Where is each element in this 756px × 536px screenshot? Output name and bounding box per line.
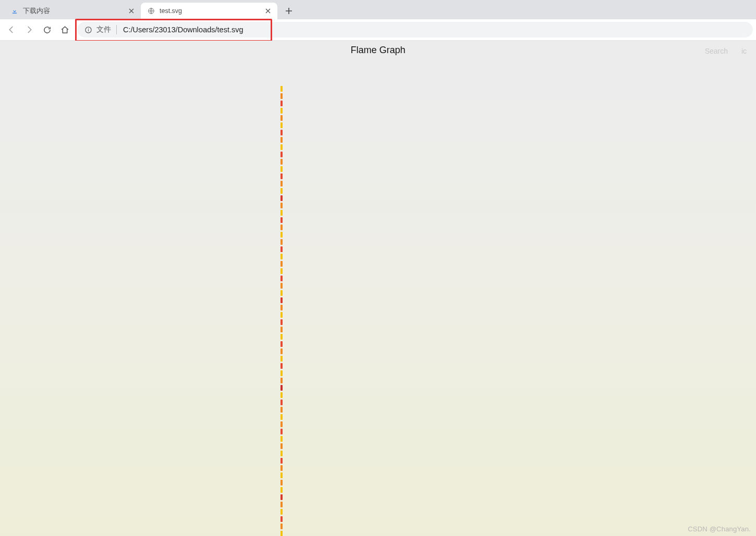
flame-frame[interactable] (281, 254, 283, 259)
flame-frame[interactable] (281, 436, 283, 442)
flame-frame[interactable] (281, 268, 283, 274)
flame-frame[interactable] (281, 509, 283, 515)
flamegraph-search[interactable]: Search (705, 47, 728, 55)
flame-frame[interactable] (281, 516, 283, 522)
flame-frame[interactable] (281, 356, 283, 362)
svg-rect-3 (88, 29, 89, 31)
flame-frame[interactable] (281, 472, 283, 478)
url-input[interactable] (122, 25, 746, 34)
flame-frame[interactable] (281, 144, 283, 150)
flame-frame[interactable] (281, 414, 283, 420)
flame-frame[interactable] (281, 531, 283, 536)
flame-frame[interactable] (281, 225, 283, 230)
flame-frame[interactable] (281, 305, 283, 310)
flame-frame[interactable] (281, 385, 283, 391)
flame-frame[interactable] (281, 312, 283, 318)
info-icon[interactable] (84, 26, 92, 34)
flame-frame[interactable] (281, 370, 283, 376)
flame-frame[interactable] (281, 173, 283, 179)
flame-frame[interactable] (281, 130, 283, 135)
flame-frame[interactable] (281, 480, 283, 485)
close-icon[interactable] (264, 7, 272, 15)
flame-frame[interactable] (281, 494, 283, 500)
flame-frame[interactable] (281, 451, 283, 456)
tab-title: 下载内容 (23, 7, 127, 16)
flame-frame[interactable] (281, 502, 283, 507)
flamegraph-stack[interactable] (281, 60, 283, 536)
flame-frame[interactable] (281, 101, 283, 106)
flame-frame[interactable] (281, 363, 283, 369)
flame-frame[interactable] (281, 290, 283, 296)
svg-point-2 (88, 28, 89, 29)
flame-frame[interactable] (281, 458, 283, 464)
flame-frame[interactable] (281, 319, 283, 325)
flame-frame[interactable] (281, 429, 283, 434)
flame-frame[interactable] (281, 195, 283, 201)
flame-frame[interactable] (281, 152, 283, 157)
flame-frame[interactable] (281, 392, 283, 398)
flame-frame[interactable] (281, 465, 283, 471)
flame-frame[interactable] (281, 203, 283, 208)
flame-frame[interactable] (281, 239, 283, 245)
flame-frame[interactable] (281, 341, 283, 347)
close-icon[interactable] (127, 7, 136, 15)
flamegraph-ic[interactable]: ic (741, 47, 747, 55)
flame-frame[interactable] (281, 407, 283, 413)
flame-frame[interactable] (281, 443, 283, 449)
back-button[interactable] (3, 21, 20, 38)
home-button[interactable] (56, 21, 73, 38)
flame-frame[interactable] (281, 159, 283, 165)
flame-frame[interactable] (281, 93, 283, 99)
page-content: Flame Graph Search ic (0, 41, 756, 536)
scheme-chip: 文件 (96, 25, 117, 34)
flame-frame[interactable] (281, 400, 283, 405)
flame-frame[interactable] (281, 246, 283, 252)
flame-frame[interactable] (281, 261, 283, 267)
flame-frame[interactable] (281, 523, 283, 529)
address-bar[interactable]: 文件 (77, 22, 753, 38)
flame-frame[interactable] (281, 188, 283, 194)
watermark: CSDN @ChangYan. (688, 525, 751, 533)
tab-strip: 下载内容 test.svg (0, 0, 756, 19)
flame-frame[interactable] (281, 487, 283, 493)
reload-button[interactable] (39, 21, 55, 38)
forward-button[interactable] (21, 21, 38, 38)
download-icon (10, 7, 19, 15)
flame-frame[interactable] (281, 232, 283, 238)
flame-frame[interactable] (281, 181, 283, 186)
tab-title: test.svg (160, 7, 264, 15)
flame-frame[interactable] (281, 122, 283, 128)
flame-frame[interactable] (281, 217, 283, 223)
new-tab-button[interactable] (282, 4, 296, 18)
flamegraph-title: Flame Graph (0, 45, 756, 56)
tab-downloads[interactable]: 下载内容 (4, 3, 141, 19)
toolbar: 文件 (0, 19, 756, 41)
flame-frame[interactable] (281, 421, 283, 427)
flame-frame[interactable] (281, 276, 283, 281)
flame-frame[interactable] (281, 166, 283, 172)
flame-frame[interactable] (281, 137, 283, 143)
flame-frame[interactable] (281, 210, 283, 216)
flame-frame[interactable] (281, 327, 283, 332)
globe-icon (147, 7, 155, 15)
flame-frame[interactable] (281, 283, 283, 289)
tab-test-svg[interactable]: test.svg (141, 3, 277, 19)
flame-frame[interactable] (281, 115, 283, 121)
flame-frame[interactable] (281, 378, 283, 383)
flame-frame[interactable] (281, 108, 283, 114)
flame-frame[interactable] (281, 348, 283, 354)
flame-frame[interactable] (281, 86, 283, 92)
flame-frame[interactable] (281, 334, 283, 340)
flame-frame[interactable] (281, 297, 283, 303)
